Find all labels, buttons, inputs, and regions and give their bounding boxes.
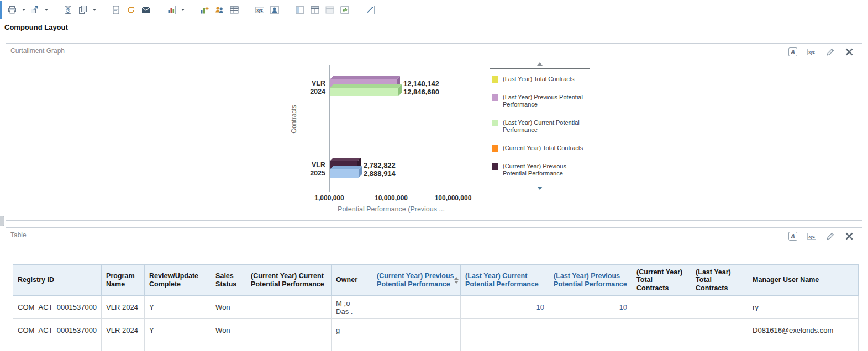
legend-label: (Last Year) Total Contracts bbox=[503, 76, 586, 83]
bar-value-label: 2,782,822 bbox=[364, 161, 396, 169]
cell bbox=[691, 342, 748, 351]
cell bbox=[549, 342, 632, 351]
export-dropdown-caret[interactable] bbox=[45, 9, 48, 11]
legend-label: (Last Year) Current Potential Performanc… bbox=[503, 119, 586, 134]
svg-text:xyz: xyz bbox=[808, 50, 815, 55]
format-container-icon[interactable]: A bbox=[788, 231, 798, 241]
cell: Y bbox=[145, 319, 211, 342]
legend-swatch bbox=[492, 94, 498, 101]
curtailment-graph-panel: Curtailment Graph Axyz Contracts VLR 202… bbox=[6, 43, 862, 221]
cell: COM_ACT_0001537000 bbox=[13, 319, 102, 342]
legend-swatch bbox=[492, 145, 498, 152]
new-view-dropdown-caret[interactable] bbox=[181, 9, 185, 11]
cell: Won bbox=[211, 342, 246, 351]
cell[interactable]: 10 bbox=[461, 296, 549, 319]
rename-icon[interactable]: xyz bbox=[254, 4, 265, 15]
svg-text:A: A bbox=[790, 233, 795, 240]
column-header-label: (Current Year) Total Contracts bbox=[636, 268, 682, 292]
column-header-label: (Current Year) Previous Potential Perfor… bbox=[377, 272, 454, 288]
results-table: Registry IDProgram NameReview/Update Com… bbox=[13, 264, 859, 351]
new-calculated-measure-icon[interactable] bbox=[199, 4, 210, 15]
bar-value-label: 2,888,914 bbox=[364, 169, 396, 178]
column-header[interactable]: (Last Year) Current Potential Performanc… bbox=[461, 265, 549, 296]
remove-view-icon[interactable] bbox=[844, 231, 854, 241]
toolbar-group-gap bbox=[354, 4, 361, 15]
category-label: VLR 2025 bbox=[301, 161, 325, 178]
x-tick-label: 100,000,000 bbox=[435, 194, 472, 202]
new-view-icon[interactable] bbox=[166, 4, 177, 15]
chart-legend: (Last Year) Total Contracts(Last Year) P… bbox=[490, 62, 590, 190]
column-header-label: Review/Update Complete bbox=[149, 272, 198, 288]
column-header[interactable]: (Current Year) Previous Potential Perfor… bbox=[372, 265, 461, 296]
bar-top-face bbox=[330, 158, 361, 161]
cell: M ;o Das . bbox=[332, 296, 372, 319]
cell: Y bbox=[145, 342, 211, 351]
export-icon[interactable] bbox=[29, 4, 40, 15]
toolbar-group-gap bbox=[284, 4, 291, 15]
legend-swatch bbox=[492, 163, 498, 170]
bar-chart: Contracts VLR 2024VLR 2025 12,140,14212,… bbox=[282, 60, 614, 217]
column-header-label: (Last Year) Current Potential Performanc… bbox=[465, 272, 539, 288]
view-properties-xyz-icon[interactable]: xyz bbox=[807, 47, 817, 57]
legend-scroll-down-icon[interactable] bbox=[537, 187, 543, 190]
legend-item: (Last Year) Previous Potential Performan… bbox=[492, 94, 590, 108]
print-dropdown-caret[interactable] bbox=[22, 9, 25, 11]
duplicate-layout-icon[interactable] bbox=[309, 4, 320, 15]
format-container-icon[interactable]: A bbox=[788, 47, 798, 57]
legend-items: (Last Year) Total Contracts(Last Year) P… bbox=[492, 76, 590, 177]
cell: E86_79@exelonds.com bbox=[748, 342, 859, 351]
svg-text:A: A bbox=[790, 49, 795, 55]
cell bbox=[246, 296, 332, 319]
edit-view-icon[interactable] bbox=[825, 47, 835, 57]
print-preview-icon[interactable] bbox=[111, 4, 122, 15]
show-filters-pane-icon[interactable] bbox=[294, 4, 306, 15]
print-icon[interactable] bbox=[7, 4, 18, 15]
column-header[interactable]: (Last Year) Previous Potential Performan… bbox=[549, 265, 632, 296]
x-tick-label: 10,000,000 bbox=[375, 194, 408, 202]
cell bbox=[632, 319, 691, 342]
bar-value-label: 12,140,142 bbox=[403, 79, 439, 88]
graph-panel-title: Curtailment Graph bbox=[10, 47, 65, 55]
email-icon[interactable] bbox=[140, 4, 151, 15]
new-group-icon[interactable] bbox=[214, 4, 225, 15]
legend-scroll-up-icon[interactable] bbox=[537, 62, 543, 66]
view-properties-icon[interactable] bbox=[269, 4, 280, 15]
legend-bottom-divider bbox=[490, 184, 590, 184]
graph-panel-icons: Axyz bbox=[788, 47, 854, 57]
x-tick-label: 1,000,000 bbox=[314, 194, 344, 202]
legend-swatch bbox=[492, 76, 498, 83]
remove-view-icon[interactable] bbox=[844, 47, 854, 57]
view-properties-xyz-icon[interactable]: xyz bbox=[807, 231, 817, 241]
cell[interactable]: 10 bbox=[549, 296, 632, 319]
toolbar: xyz bbox=[0, 0, 868, 20]
cell bbox=[372, 319, 461, 342]
pane-splitter-handle[interactable] bbox=[0, 216, 4, 226]
cell: Y bbox=[145, 296, 211, 319]
toolbar-group-gap bbox=[100, 4, 107, 15]
column-header: Manager User Name bbox=[748, 265, 859, 296]
new-calculated-item-icon[interactable] bbox=[229, 4, 240, 15]
swap-panes-icon[interactable] bbox=[339, 4, 350, 15]
edit-chart-icon[interactable] bbox=[365, 4, 376, 15]
column-header-label: (Last Year) Total Contracts bbox=[696, 268, 731, 292]
cell: D081616@exelonds.com bbox=[748, 319, 859, 342]
copy-dropdown-caret[interactable] bbox=[93, 9, 96, 11]
bar-side-face bbox=[398, 84, 402, 96]
refresh-icon[interactable] bbox=[125, 4, 136, 15]
chart-bar[interactable] bbox=[330, 169, 359, 178]
cell: a bbox=[332, 342, 372, 351]
cell bbox=[246, 342, 332, 351]
chart-bar[interactable] bbox=[330, 88, 398, 96]
edit-view-icon[interactable] bbox=[825, 231, 835, 241]
svg-text:xyz: xyz bbox=[256, 8, 263, 13]
column-header-label: Registry ID bbox=[18, 276, 54, 284]
page-title: Compound Layout bbox=[4, 23, 68, 31]
schedule-icon[interactable] bbox=[62, 4, 73, 15]
cell bbox=[461, 342, 549, 351]
cell bbox=[691, 296, 748, 319]
column-header: Owner bbox=[332, 265, 372, 296]
legend-label: (Current Year) Total Contracts bbox=[503, 145, 586, 152]
layout-disabled-icon[interactable] bbox=[324, 4, 335, 15]
sort-icon[interactable] bbox=[454, 277, 459, 284]
copy-icon[interactable] bbox=[77, 4, 88, 15]
